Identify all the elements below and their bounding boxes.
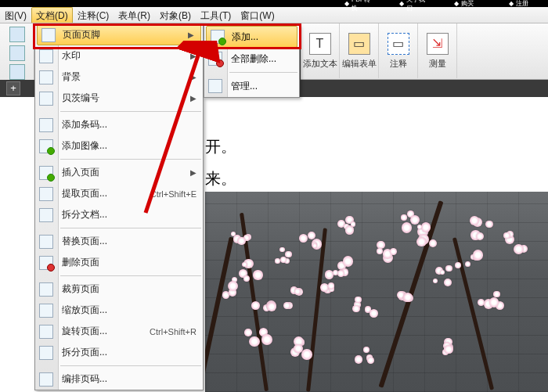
menu-window[interactable]: 窗口(W) bbox=[236, 7, 279, 23]
menu-item-label: 替换页面... bbox=[62, 235, 107, 248]
ribbon-annotate[interactable]: ▭注释 bbox=[379, 23, 418, 78]
menu-item-label: 缩放页面... bbox=[62, 304, 107, 317]
menu-item[interactable]: 水印▶ bbox=[35, 45, 203, 67]
watermark-icon bbox=[39, 49, 53, 63]
ribbon: T添加文本 ▭编辑表单 ▭注释 ⇲测量 bbox=[301, 23, 548, 80]
menu-item-label: 页面页脚 bbox=[63, 28, 100, 41]
menu-item-label: 添加图像... bbox=[62, 139, 107, 153]
menu-item-label: 水印 bbox=[62, 49, 81, 63]
menu-item-label: 编排页码... bbox=[62, 372, 107, 386]
annotate-icon: ▭ bbox=[388, 33, 409, 55]
split-page-icon bbox=[39, 346, 53, 360]
menu-item-label: 旋转页面... bbox=[62, 325, 107, 338]
extract-page-icon bbox=[39, 187, 53, 201]
text-icon: T bbox=[309, 33, 331, 55]
menu-item[interactable]: 编排页码... bbox=[35, 369, 203, 390]
menu-item[interactable]: 插入页面▶ bbox=[35, 162, 203, 183]
menu-item[interactable]: 缩放页面... bbox=[35, 300, 203, 321]
submenu-arrow-icon: ▶ bbox=[190, 168, 196, 177]
text-line: 开。 bbox=[205, 136, 548, 157]
menu-document[interactable]: 文档(D) bbox=[31, 7, 73, 23]
menu-item-label: 删除页面 bbox=[62, 256, 99, 269]
menu-item[interactable]: 拆分文档... bbox=[35, 204, 203, 225]
insert-page-icon bbox=[39, 166, 53, 180]
menu-tool[interactable]: 工具(T) bbox=[196, 7, 236, 23]
title-action[interactable]: ◆购买 bbox=[454, 0, 485, 7]
split-doc-icon bbox=[39, 208, 53, 222]
background-icon bbox=[39, 70, 53, 85]
menu-item[interactable]: 拆分页面... bbox=[35, 342, 203, 363]
submenu-item-label: 管理... bbox=[231, 80, 258, 93]
menu-item-label: 提取页面... bbox=[62, 187, 107, 200]
crop-page-icon bbox=[39, 282, 53, 297]
header-footer-submenu: 添加...全部删除...管理... bbox=[204, 25, 300, 98]
tool-icon[interactable] bbox=[9, 64, 25, 80]
menu-object[interactable]: 对象(B) bbox=[155, 7, 196, 23]
menu-comment[interactable]: 注释(C) bbox=[73, 7, 114, 23]
title-action[interactable]: ◆PDF转换 bbox=[344, 0, 376, 7]
submenu-item[interactable]: 全部删除... bbox=[204, 48, 299, 70]
menu-item[interactable]: 添加图像... bbox=[35, 135, 203, 156]
menu-item-label: 拆分文档... bbox=[62, 208, 107, 221]
image-icon bbox=[39, 139, 53, 153]
menu-item[interactable]: 添加条码... bbox=[35, 114, 203, 135]
menubar: 图(V) 文档(D) 注释(C) 表单(R) 对象(B) 工具(T) 窗口(W) bbox=[0, 7, 548, 23]
bates-icon bbox=[39, 92, 53, 106]
submenu-arrow-icon: ▶ bbox=[190, 73, 196, 81]
menu-item-label: 插入页面 bbox=[62, 166, 99, 179]
menu-item-label: 裁剪页面 bbox=[62, 282, 99, 296]
menu-item-label: 添加条码... bbox=[62, 118, 107, 131]
form-icon: ▭ bbox=[348, 33, 370, 55]
delete-page-icon bbox=[39, 256, 53, 270]
ribbon-add-text[interactable]: T添加文本 bbox=[301, 23, 340, 78]
zoom-page-icon bbox=[39, 304, 53, 318]
title-actions: ◆PDF转换 ◆关于我们 ◆购买 ◆注册 bbox=[344, 0, 548, 7]
menu-item-label: 贝茨编号 bbox=[62, 92, 99, 105]
tool-icon[interactable] bbox=[9, 45, 25, 61]
menu-item[interactable]: 提取页面...Ctrl+Shift+E bbox=[35, 183, 203, 204]
menu-item[interactable]: 旋转页面...Ctrl+Shift+R bbox=[35, 321, 203, 342]
submenu-arrow-icon: ▶ bbox=[190, 52, 196, 60]
barcode-icon bbox=[39, 118, 53, 132]
submenu-item-label: 添加... bbox=[232, 31, 258, 44]
menu-form[interactable]: 表单(R) bbox=[114, 7, 155, 23]
submenu-item[interactable]: 添加... bbox=[206, 26, 297, 48]
shortcut-label: Ctrl+Shift+R bbox=[150, 327, 196, 336]
document-dropdown: 页面页脚▶水印▶背景▶贝茨编号▶添加条码...添加图像...插入页面▶提取页面.… bbox=[34, 23, 204, 390]
submenu-item[interactable]: 管理... bbox=[204, 75, 299, 97]
text-line: 来。 bbox=[205, 168, 548, 189]
menu-item[interactable]: 背景▶ bbox=[35, 67, 203, 88]
manage-icon bbox=[208, 79, 222, 93]
title-action[interactable]: ◆注册 bbox=[509, 0, 540, 7]
menu-item-label: 拆分页面... bbox=[62, 346, 107, 359]
page-number-icon bbox=[39, 372, 53, 387]
page-hf-icon bbox=[41, 28, 56, 42]
document-image: /*placeholder*/ bbox=[205, 192, 548, 392]
shortcut-label: Ctrl+Shift+E bbox=[150, 189, 196, 199]
menu-item[interactable]: 裁剪页面 bbox=[35, 279, 203, 300]
rotate-page-icon bbox=[39, 325, 53, 339]
ribbon-edit-form[interactable]: ▭编辑表单 bbox=[340, 23, 379, 78]
delete-all-icon bbox=[208, 52, 222, 66]
submenu-item-label: 全部删除... bbox=[231, 52, 276, 66]
menu-item[interactable]: 贝茨编号▶ bbox=[35, 88, 203, 109]
ribbon-measure[interactable]: ⇲测量 bbox=[418, 23, 457, 78]
menu-item[interactable]: 替换页面... bbox=[35, 231, 203, 252]
menu-item-label: 背景 bbox=[62, 70, 81, 84]
submenu-arrow-icon: ▶ bbox=[190, 94, 196, 102]
menu-item[interactable]: 删除页面 bbox=[35, 252, 203, 273]
tool-icon[interactable] bbox=[9, 27, 25, 42]
menu-item[interactable]: 页面页脚▶ bbox=[37, 24, 201, 45]
submenu-arrow-icon: ▶ bbox=[188, 31, 194, 39]
new-tab-button[interactable]: + bbox=[6, 81, 20, 95]
menu-view[interactable]: 图(V) bbox=[0, 7, 31, 23]
measure-icon: ⇲ bbox=[427, 33, 449, 55]
title-action[interactable]: ◆关于我们 bbox=[399, 0, 431, 7]
replace-page-icon bbox=[39, 235, 53, 249]
add-icon bbox=[211, 30, 225, 44]
